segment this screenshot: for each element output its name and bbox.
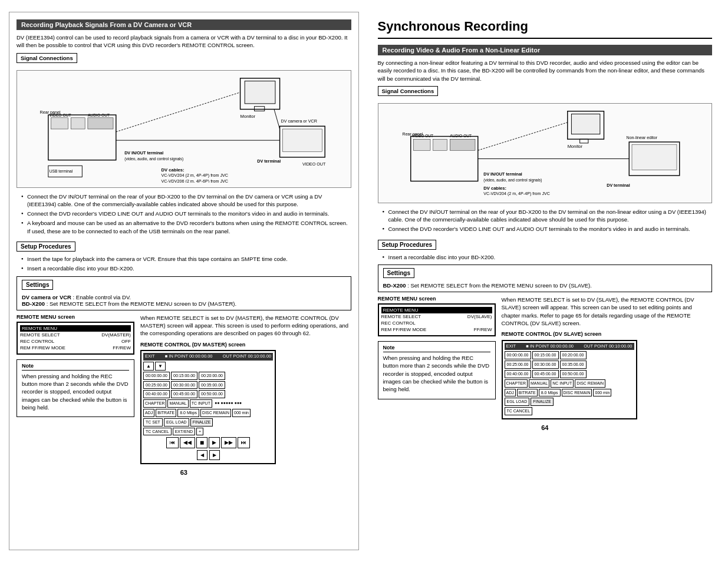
- right-setup-procedures-label: Setup Procedures: [378, 240, 437, 250]
- left-rc-screen: EXIT ■ IN POINT 00:00:00.00 OUT POINT 00…: [140, 350, 276, 464]
- left-settings-row2: BD-X200 : Set REMOTE SELECT from the REM…: [22, 300, 346, 307]
- left-bullet-2: Connect the DVD recorder's VIDEO LINE OU…: [21, 210, 351, 217]
- right-remote-menu-screen: REMOTE MENU REMOTE SELECTDV(SLAVE) REC C…: [378, 303, 496, 336]
- left-bullet-3: A keyboard and mouse can be used as an a…: [21, 219, 351, 235]
- right-signal-connections-label: Signal Connections: [378, 86, 439, 96]
- svg-rect-39: [413, 139, 430, 150]
- left-transport-btns: ⏮ ◀◀ ◼ ▶ ▶▶ ⏭: [143, 437, 273, 448]
- left-rc-btn-row1: TC SET EGL LOAD FINALIZE: [143, 418, 273, 427]
- svg-text:Monitor: Monitor: [567, 143, 582, 148]
- left-diagram: Monitor DV camera or VCR Rear panel VIDE…: [17, 70, 351, 188]
- right-menu-item-header: REMOTE MENU: [381, 307, 492, 313]
- left-setup-bullets: Insert the tape for playback into the ca…: [17, 255, 351, 273]
- svg-text:AUDIO OUT: AUDIO OUT: [88, 113, 110, 117]
- left-description-col: When REMOTE SELECT is set to DV (MASTER)…: [140, 314, 351, 465]
- svg-line-50: [477, 123, 567, 151]
- svg-rect-2: [254, 106, 264, 111]
- svg-text:VIDEO OUT: VIDEO OUT: [50, 113, 71, 117]
- right-menu-item-2: REC CONTROL: [381, 320, 492, 326]
- right-diagram: Monitor Non-linear editor Rear panel VID…: [378, 103, 713, 203]
- svg-rect-11: [88, 117, 113, 128]
- right-two-col: REMOTE MENU screen REMOTE MENU REMOTE SE…: [378, 296, 713, 419]
- left-diagram-svg: Monitor DV camera or VCR Rear panel VIDE…: [22, 75, 346, 183]
- svg-text:(video, audio, and control sig: (video, audio, and control signals): [483, 177, 542, 182]
- right-rc-bitrate-row: ADJ BITRATE 8.0 Mbps DISC REMAIN 000 min: [505, 389, 634, 397]
- svg-line-29: [274, 109, 280, 129]
- svg-rect-32: [579, 139, 588, 143]
- left-btn-play[interactable]: ▶: [209, 437, 220, 448]
- svg-text:DV IN/OUT terminal: DV IN/OUT terminal: [124, 151, 163, 156]
- right-bullet-2: Connect the DVD recorder's VIDEO LINE OU…: [383, 225, 713, 233]
- left-note-title: Note: [22, 363, 129, 371]
- left-rc-arrows: ▲ ▼: [143, 362, 273, 371]
- svg-text:USB terminal: USB terminal: [50, 168, 73, 173]
- svg-rect-35: [632, 145, 677, 170]
- left-setup-bullet-2: Insert a recordable disc into your BD-X2…: [21, 265, 351, 272]
- left-remote-menu-screen-title: REMOTE MENU screen: [17, 314, 134, 320]
- left-menu-item-3: REM FF/REW MODEFF/REW: [20, 345, 131, 351]
- right-rc-header: EXIT ■ IN POINT 00:00:00.00 OUT POINT 00…: [505, 343, 634, 351]
- svg-rect-40: [433, 139, 447, 150]
- left-menu-item-header: REMOTE MENU: [20, 325, 131, 332]
- left-section-title: Recording Playback Signals From a DV Cam…: [21, 21, 192, 28]
- svg-rect-9: [51, 117, 68, 128]
- left-tc-grid: 00:00:00.00 00:15:00.00 00:20:00.00 00:2…: [143, 372, 273, 398]
- left-settings-row1: DV camera or VCR : Enable control via DV…: [22, 294, 346, 300]
- svg-text:VC-VDV204 (2 m, 4P-4P) from JV: VC-VDV204 (2 m, 4P-4P) from JVC: [483, 191, 550, 196]
- left-rc-btn-row2: TC CANCEL EXT/END +: [143, 428, 273, 436]
- right-note-text: When pressing and holding the REC button…: [383, 354, 490, 393]
- left-page: Recording Playback Signals From a DV Cam…: [9, 12, 359, 550]
- svg-text:VIDEO OUT: VIDEO OUT: [411, 134, 433, 138]
- left-btn-slow-fwd[interactable]: ▶: [209, 450, 220, 460]
- right-note-box: Note When pressing and holding the REC b…: [378, 341, 496, 399]
- svg-text:DV terminal: DV terminal: [257, 159, 281, 164]
- left-settings-label: Settings: [22, 280, 53, 290]
- left-intro-text: DV (IEEE1394) control can be used to rec…: [17, 34, 351, 49]
- svg-text:DV terminal: DV terminal: [607, 183, 630, 188]
- left-bullet-list: Connect the DV IN/OUT terminal on the re…: [17, 193, 351, 235]
- left-bullet-1: Connect the DV IN/OUT terminal on the re…: [21, 193, 351, 209]
- left-remote-menu-col: REMOTE MENU screen REMOTE MENU REMOTE SE…: [17, 314, 134, 465]
- right-description-col: When REMOTE SELECT is set to DV (SLAVE),…: [502, 296, 713, 419]
- svg-line-27: [116, 92, 241, 131]
- right-remote-menu-screen-title: REMOTE MENU screen: [378, 296, 496, 302]
- left-settings-box: Settings DV camera or VCR : Enable contr…: [17, 276, 351, 310]
- left-btn-ff-end[interactable]: ⏭: [238, 437, 250, 448]
- svg-text:Monitor: Monitor: [241, 113, 256, 118]
- right-settings-bdx200: BD-X200: [383, 282, 406, 289]
- svg-text:AUDIO OUT: AUDIO OUT: [450, 134, 472, 138]
- left-signal-connections-label: Signal Connections: [17, 53, 77, 63]
- svg-text:DV cables:: DV cables:: [483, 186, 506, 191]
- right-when-remote-text: When REMOTE SELECT is set to DV (SLAVE),…: [502, 296, 713, 327]
- right-settings-text: BD-X200 : Set REMOTE SELECT from the REM…: [383, 282, 707, 289]
- left-transport-row2: ◀ ▶: [143, 450, 273, 460]
- right-remote-menu-col: REMOTE MENU screen REMOTE MENU REMOTE SE…: [378, 296, 496, 419]
- svg-text:Non-linear editor: Non-linear editor: [626, 135, 657, 140]
- right-rc-btn-row2: TC CANCEL: [505, 407, 634, 415]
- left-setup-bullet-1: Insert the tape for playback into the ca…: [21, 255, 351, 263]
- svg-text:DV cables:: DV cables:: [161, 167, 184, 172]
- left-setup-procedures-label: Setup Procedures: [17, 242, 75, 252]
- left-btn-stop[interactable]: ◼: [196, 437, 207, 448]
- left-btn-slow-rew[interactable]: ◀: [197, 450, 207, 460]
- svg-text:VIDEO OUT: VIDEO OUT: [302, 162, 326, 167]
- right-rc-btn-row1: EGL LOAD FINALIZE: [505, 398, 634, 406]
- svg-text:VC-VDV206 (2 m, 4P-6P) from JV: VC-VDV206 (2 m, 4P-6P) from JVC: [161, 179, 228, 183]
- svg-rect-1: [245, 81, 275, 103]
- right-tc-grid: 00:00:00.00 00:15:00.00 00:20:00.00 00:2…: [505, 351, 634, 378]
- left-btn-rw-end[interactable]: ⏮: [166, 437, 179, 448]
- left-note-text: When pressing and holding the REC button…: [22, 372, 129, 411]
- right-intro-text: By connecting a non-linear editor featur…: [378, 59, 713, 82]
- left-btn-ff[interactable]: ▶▶: [221, 437, 236, 448]
- left-remote-menu-screen: REMOTE MENU REMOTE SELECTDV(MASTER) REC …: [17, 322, 134, 355]
- right-menu-item-1: REMOTE SELECTDV(SLAVE): [381, 313, 492, 320]
- right-section-title: Recording Video & Audio From a Non-Linea…: [383, 47, 541, 54]
- left-rc-bitrate-row: ADJ BITRATE 8.0 Mbps DISC REMAIN 000 min: [143, 409, 273, 417]
- right-note-title: Note: [383, 345, 490, 352]
- left-two-col: REMOTE MENU screen REMOTE MENU REMOTE SE…: [17, 314, 351, 465]
- right-menu-item-3: REM FF/REW MODEFF/REW: [381, 326, 492, 333]
- right-diagram-svg: Monitor Non-linear editor Rear panel VID…: [383, 108, 707, 198]
- left-btn-rew[interactable]: ◀◀: [180, 437, 195, 448]
- svg-text:VC-VDV206 (2 m, 4P-6P) from JV: VC-VDV206 (2 m, 4P-6P) from JVC: [483, 197, 550, 198]
- svg-rect-41: [450, 139, 475, 150]
